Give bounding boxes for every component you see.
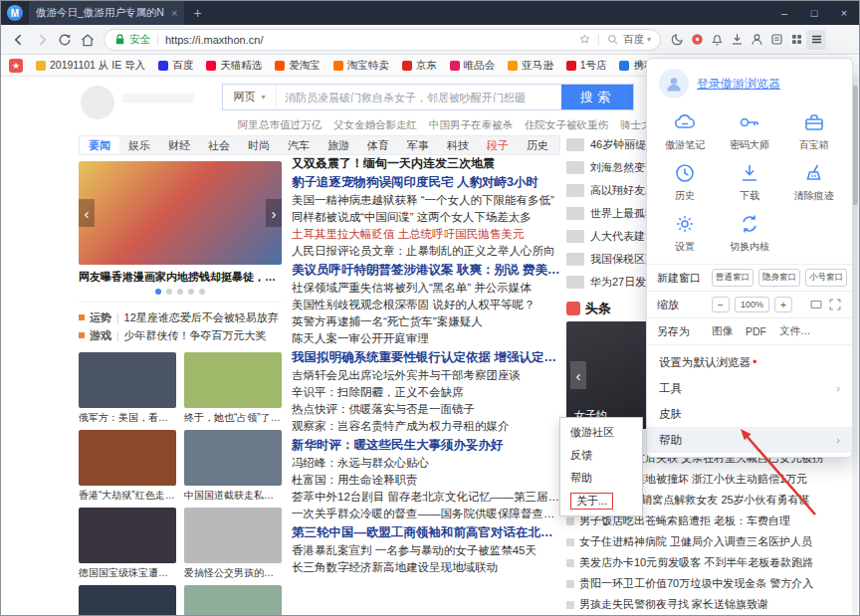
about-label-boxed[interactable]: 关于...	[570, 493, 613, 510]
sidebar-item[interactable]: 美发店办卡10元剪发吸客 不到半年老板卷款跑路	[566, 552, 853, 573]
news-thumbnail[interactable]: 终于，她也“占领”了香港…	[184, 352, 282, 424]
settings-feature[interactable]: 设置	[653, 212, 718, 254]
back-button[interactable]	[7, 29, 30, 51]
trend-item[interactable]: 游戏 | 少年群侠传！争夺百万元大奖	[79, 326, 282, 344]
new-window-option-button[interactable]: 隐身窗口	[758, 269, 800, 287]
headline[interactable]: 美议员呼吁特朗普签涉港议案 耿爽：别说 费美…	[292, 264, 562, 277]
submenu-item-help[interactable]: 帮助	[560, 467, 642, 490]
headline[interactable]: 长三角数字经济新高地建设呈现地域联动	[292, 561, 562, 574]
zoom-out-button[interactable]: −	[712, 297, 730, 312]
news-thumbnail[interactable]: 德国国宝级珠宝遭窃 失窃价…	[79, 508, 176, 579]
carousel-prev-icon[interactable]: ‹	[79, 199, 95, 227]
thumbnail-image[interactable]	[184, 352, 282, 408]
history-feature[interactable]: 历史	[653, 161, 718, 203]
night-mode-icon[interactable]	[667, 30, 687, 50]
news-thumbnail[interactable]: 中国国道截获走私冻肉 案值700万…	[184, 430, 282, 502]
close-button[interactable]: ×	[829, 1, 859, 25]
category-tab[interactable]: 要闻	[80, 136, 119, 154]
bookmark-item[interactable]: 京东	[402, 59, 437, 73]
thumbnail-caption[interactable]: 香港“大劫狱”红色走私路…	[79, 489, 176, 502]
carousel-caption[interactable]: 网友曝香港漫画家内地捞钱却挺暴徒，曾属…	[79, 270, 282, 285]
headline[interactable]: 新华时评：暖这些民生大事须办妥办好	[292, 439, 562, 452]
category-tab[interactable]: 体育	[358, 136, 398, 154]
category-tab[interactable]: 更多	[557, 136, 560, 154]
hotlink[interactable]: 住院女子被砍重伤	[525, 118, 608, 132]
browser-tab[interactable]: 傲游今日_傲游用户专属的N ×	[29, 1, 184, 25]
new-tab-button[interactable]: +	[193, 5, 201, 21]
tab-close-icon[interactable]: ×	[171, 7, 177, 19]
refresh-button[interactable]	[53, 29, 76, 51]
favorites-panel-icon[interactable]: ★	[9, 59, 23, 73]
hotlink[interactable]: 阿里总市值过万亿	[238, 118, 322, 132]
headline[interactable]: 豹子追逐宠物狗误闯印度民宅 人豹对峙3小时	[292, 176, 562, 189]
thumbnail-image[interactable]	[184, 430, 282, 486]
thumbnail-image[interactable]	[184, 585, 282, 616]
sidebar-item[interactable]: 男孩走失民警彻夜寻找 家长送锦旗致谢	[566, 594, 853, 615]
headline[interactable]: 第三轮中国—欧盟工商领袖和前高官对话在北京…	[292, 526, 562, 539]
trend-item[interactable]: 运势 | 12星座谁恋爱后不会被轻易放弃	[79, 308, 282, 326]
headline[interactable]: 香港暴乱案宣判 一名参与暴动的女子被监禁45天	[292, 544, 562, 557]
address-bar[interactable]: 安全 https://i.maxthon.cn/ 百度 ▾	[104, 29, 661, 51]
save-as-option[interactable]: 图像	[712, 324, 733, 338]
hotlink[interactable]: 父女金婚合影走红	[333, 118, 417, 132]
thumbnail-caption[interactable]: 终于，她也“占领”了香港…	[184, 411, 282, 424]
bookmark-item[interactable]: 爱淘宝	[275, 59, 321, 73]
bookmark-item[interactable]: 淘宝特卖	[333, 59, 389, 73]
notifications-icon[interactable]	[707, 30, 727, 50]
passkeeper-feature[interactable]: 密码大师	[718, 110, 782, 152]
news-thumbnail[interactable]: 香港“大劫狱”红色走私路…	[79, 430, 176, 502]
thumbnail-image[interactable]: 务院告	[79, 585, 176, 616]
new-window-option-button[interactable]: 小号窗口	[805, 269, 847, 287]
headline[interactable]: 荟萃中外12台剧目 留存老北京文化记忆——第三届老舍戏…	[292, 491, 562, 504]
url-text[interactable]: https://i.maxthon.cn/	[165, 34, 263, 46]
submenu-item-about[interactable]: 关于...	[560, 490, 642, 513]
main-menu-icon[interactable]	[806, 30, 826, 50]
news-thumbnail[interactable]: 务院告	[79, 585, 176, 616]
user-icon[interactable]	[747, 30, 766, 50]
bookmark-item[interactable]: 唯品会	[450, 59, 496, 73]
save-as-option[interactable]: 文件…	[779, 324, 811, 338]
headline[interactable]: 英警方再逮捕一名“死亡货车”案嫌疑人	[292, 315, 562, 328]
fullscreen-icon[interactable]	[828, 298, 842, 311]
headline[interactable]: 美国一精神病患越狱获释 “一个女人的下限能有多低”	[292, 194, 562, 207]
headline[interactable]: 又双叒震了！缅甸一天内连发三次地震	[292, 157, 562, 170]
headline[interactable]: 一次关乎群众冷暖的督查——国务院供暖保障督查侧记	[292, 508, 562, 520]
download-icon[interactable]	[727, 30, 747, 50]
category-tab[interactable]: 段子	[478, 136, 518, 154]
apps-grid-icon[interactable]	[786, 30, 806, 50]
search-input[interactable]	[277, 85, 561, 109]
submenu-item-feedback[interactable]: 反馈	[560, 444, 642, 467]
news-thumbnail[interactable]	[184, 585, 282, 616]
thumbnail-caption[interactable]: 俄军方：美国，看看我们的？	[79, 411, 176, 424]
headline[interactable]: 吉炳轩会见出席论坛外宾并与干部考察团座谈	[292, 369, 562, 382]
search-scope-select[interactable]: 网页 ▾	[223, 85, 277, 109]
headline[interactable]: 辛识平：扫除阴霾，正义不会缺席	[292, 386, 562, 399]
thumbnail-caption[interactable]: 爱搞怪公交男孩的生涯够…	[184, 566, 282, 579]
category-tab[interactable]: 娱乐	[119, 136, 159, 154]
category-tab[interactable]: 旅游	[319, 136, 358, 154]
headline[interactable]: 杜富国：用生命诠释职责	[292, 474, 562, 487]
notes-icon[interactable]	[766, 30, 786, 50]
red-packet-icon[interactable]	[687, 30, 707, 50]
thumbnail-caption[interactable]: 德国国宝级珠宝遭窃 失窃价…	[79, 566, 176, 579]
menu-item-skins[interactable]: 皮肤	[647, 401, 852, 427]
headline[interactable]: 美国性别歧视观念根深蒂固 说好的人权平等呢？	[292, 299, 562, 311]
thumbnail-image[interactable]	[79, 508, 176, 563]
home-button[interactable]	[76, 29, 99, 51]
page-fit-icon[interactable]	[809, 298, 823, 311]
carousel-next-icon[interactable]: ›	[266, 199, 282, 227]
bookmark-item[interactable]: 20191101 从 IE 导入	[36, 59, 145, 73]
bookmark-item[interactable]: 百度	[158, 59, 193, 73]
maxthon-logo-icon[interactable]: M	[7, 5, 23, 21]
category-tab[interactable]: 军事	[398, 136, 438, 154]
downloads-feature[interactable]: 下载	[718, 161, 782, 203]
minimize-button[interactable]: –	[769, 1, 799, 25]
login-row[interactable]: 登录傲游浏览器	[647, 59, 852, 106]
category-tab[interactable]: 财经	[159, 136, 199, 154]
notes-feature[interactable]: 傲游笔记	[653, 110, 718, 152]
bookmark-item[interactable]: 亚马逊	[508, 59, 553, 73]
sidebar-item[interactable]: 贵阳一环卫工价值70万垃圾中发现金条 警方介入	[566, 573, 853, 594]
bookmark-item[interactable]: 天猫精选	[206, 59, 262, 73]
chevron-down-icon[interactable]: ▾	[647, 35, 651, 44]
toolbox-feature[interactable]: 百宝箱	[781, 110, 846, 152]
